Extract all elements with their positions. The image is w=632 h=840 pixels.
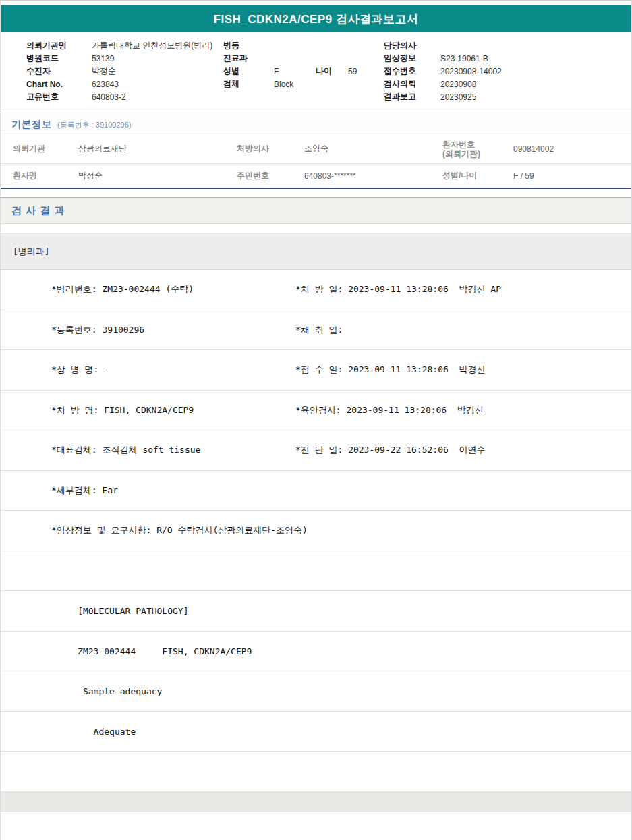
field-label: 결과보고 xyxy=(384,91,440,103)
field-label: 고유번호 xyxy=(26,91,92,103)
result-line-left: Sample adequacy xyxy=(51,686,162,696)
field-label-line2: (의뢰기관) xyxy=(442,149,513,159)
field-value: 20230908 xyxy=(440,80,476,89)
result-line: *등록번호: 39100296 *채 취 일: xyxy=(1,310,631,351)
result-line-left: *등록번호: 39100296 xyxy=(51,324,144,336)
basic-info-section-header: 기본정보 (등록번호 : 39100296) xyxy=(1,113,631,134)
header-field-chart-no: Chart No. 623843 xyxy=(26,78,212,90)
result-line-right: *육안검사: 2023-09-11 13:28:06 박경신 xyxy=(295,404,484,416)
result-line-left: *상 병 명: - xyxy=(51,364,109,376)
report-title-bar: FISH_CDKN2A/CEP9 검사결과보고서 xyxy=(1,5,631,32)
field-value-prescribing-doctor: 조영숙 xyxy=(304,143,442,155)
field-label-line1: 환자번호 xyxy=(442,140,513,149)
field-value: 박정순 xyxy=(92,65,116,77)
field-label-patient-name: 환자명 xyxy=(13,170,78,181)
result-line-left: Adequate xyxy=(51,726,136,736)
basic-info-table: 의뢰기관 삼광의료재단 처방의사 조영숙 환자번호 (의뢰기관) 0908140… xyxy=(1,134,631,189)
field-value: 53139 xyxy=(92,54,114,63)
footer-strip xyxy=(1,792,631,812)
field-value-patient-no: 090814002 xyxy=(513,144,631,154)
department-label: [병리과] xyxy=(13,246,50,258)
field-label-sex-age: 성별/나이 xyxy=(442,170,513,181)
basic-info-row-2: 환자명 박정순 주민번호 640803-******* 성별/나이 F / 59 xyxy=(1,164,631,189)
field-label: 임상정보 xyxy=(384,53,440,64)
result-line-left: *임상정보 및 요구사항: R/O 수탁검사(삼광의료재단-조영숙) xyxy=(51,524,308,536)
header-field-test-request-date: 검사의뢰 20230908 xyxy=(384,78,502,90)
results-title: 검 사 결 과 xyxy=(11,204,65,217)
field-label-requesting-org: 의뢰기관 xyxy=(13,143,78,155)
result-line-left: [MOLECULAR PATHOLOGY] xyxy=(51,606,189,616)
result-line-left: *대표검체: 조직검체 soft tissue xyxy=(51,444,200,456)
result-line-right: *진 단 일: 2023-09-22 16:52:06 이연수 xyxy=(295,444,486,456)
header-field-ward: 병동 xyxy=(223,39,357,52)
field-label-age: 나이 xyxy=(316,65,348,77)
patient-info-header: 의뢰기관명 가톨릭대학교 인천성모병원(병리) 병원코드 53139 수진자 박… xyxy=(1,32,631,113)
field-value: 가톨릭대학교 인천성모병원(병리) xyxy=(92,40,212,51)
result-line: [MOLECULAR PATHOLOGY] xyxy=(1,591,631,632)
field-label-resident-no: 주민번호 xyxy=(237,170,304,181)
field-label: 검사의뢰 xyxy=(384,78,440,90)
header-field-sex-age: 성별 F 나이 59 xyxy=(223,65,357,78)
results-section-header: 검 사 결 과 xyxy=(1,197,631,224)
basic-info-title: 기본정보 xyxy=(11,119,52,131)
header-field-hospital-code: 병원코드 53139 xyxy=(26,52,212,65)
header-field-specimen: 검체 Block xyxy=(223,78,357,90)
field-value: S23-19061-B xyxy=(440,54,488,63)
field-value-patient-name: 박정순 xyxy=(78,170,237,181)
basic-info-row-1: 의뢰기관 삼광의료재단 처방의사 조영숙 환자번호 (의뢰기관) 0908140… xyxy=(1,134,631,164)
field-value-age: 59 xyxy=(348,67,357,76)
header-field-clinical-info: 임상정보 S23-19061-B xyxy=(384,52,502,65)
field-label: 검체 xyxy=(223,78,274,90)
department-band: [병리과] xyxy=(1,233,631,270)
result-line: Adequate xyxy=(1,712,631,752)
header-field-result-report-date: 결과보고 20230925 xyxy=(384,90,502,103)
field-value: Block xyxy=(274,80,293,89)
result-line-right: *접 수 일: 2023-09-11 13:28:06 박경신 xyxy=(295,364,486,376)
result-lines: *병리번호: ZM23-002444 (수탁) *처 방 일: 2023-09-… xyxy=(1,270,631,792)
field-value: 20230925 xyxy=(440,92,476,102)
header-field-requesting-org: 의뢰기관명 가톨릭대학교 인천성모병원(병리) xyxy=(26,39,212,52)
header-field-doctor-in-charge: 담당의사 xyxy=(384,39,502,52)
patient-header-col-middle: 병동 진료과 성별 F 나이 59 검체 Block xyxy=(223,39,357,90)
result-line: *임상정보 및 요구사항: R/O 수탁검사(삼광의료재단-조영숙) xyxy=(1,511,631,551)
field-label: Chart No. xyxy=(26,80,92,89)
field-label-prescribing-doctor: 처방의사 xyxy=(237,143,304,155)
result-line: ZM23-002444 FISH, CDKN2A/CEP9 xyxy=(1,632,631,672)
result-line: *상 병 명: - *접 수 일: 2023-09-11 13:28:06 박경… xyxy=(1,350,631,391)
field-value-sex-age: F / 59 xyxy=(513,171,631,181)
field-label: 수진자 xyxy=(26,65,92,77)
basic-info-section: 기본정보 (등록번호 : 39100296) 의뢰기관 삼광의료재단 처방의사 … xyxy=(1,113,631,189)
field-value: 20230908-14002 xyxy=(440,67,502,76)
result-line-right: *처 방 일: 2023-09-11 13:28:06 박경신 AP xyxy=(295,283,501,296)
header-field-receipt-no: 접수번호 20230908-14002 xyxy=(384,65,502,78)
result-line: *대표검체: 조직검체 soft tissue *진 단 일: 2023-09-… xyxy=(1,430,631,471)
result-line: *처 방 명: FISH, CDKN2A/CEP9 *육안검사: 2023-09… xyxy=(1,391,631,431)
results-section: 검 사 결 과 [병리과] *병리번호: ZM23-002444 (수탁) *처… xyxy=(1,197,631,792)
field-label: 병동 xyxy=(223,40,274,51)
result-line xyxy=(1,752,631,792)
field-label: 접수번호 xyxy=(384,65,440,77)
field-label: 담당의사 xyxy=(384,40,440,51)
field-label-patient-no: 환자번호 (의뢰기관) xyxy=(442,140,513,159)
result-line: *세부검체: Ear xyxy=(1,471,631,511)
field-label: 진료과 xyxy=(223,53,274,64)
result-line: *병리번호: ZM23-002444 (수탁) *처 방 일: 2023-09-… xyxy=(1,270,631,310)
result-line-left: *처 방 명: FISH, CDKN2A/CEP9 xyxy=(51,404,194,416)
basic-info-registration-no: (등록번호 : 39100296) xyxy=(57,120,131,130)
result-line-left: *세부검체: Ear xyxy=(51,484,118,497)
result-line xyxy=(1,551,631,592)
field-value-requesting-org: 삼광의료재단 xyxy=(78,143,237,155)
header-field-unique-no: 고유번호 640803-2 xyxy=(26,90,212,103)
field-label: 병원코드 xyxy=(26,53,92,64)
result-line-left: *병리번호: ZM23-002444 (수탁) xyxy=(51,283,194,296)
report-page: FISH_CDKN2A/CEP9 검사결과보고서 의뢰기관명 가톨릭대학교 인천… xyxy=(0,0,632,840)
field-value-resident-no: 640803-******* xyxy=(304,171,442,181)
patient-header-col-left: 의뢰기관명 가톨릭대학교 인천성모병원(병리) 병원코드 53139 수진자 박… xyxy=(26,39,212,103)
patient-header-col-right: 담당의사 임상정보 S23-19061-B 접수번호 20230908-1400… xyxy=(384,39,502,103)
field-value: 623843 xyxy=(92,80,119,89)
field-value: 640803-2 xyxy=(92,92,126,102)
header-field-examinee: 수진자 박정순 xyxy=(26,65,212,78)
result-line-left: ZM23-002444 FISH, CDKN2A/CEP9 xyxy=(51,646,252,656)
field-label: 성별 xyxy=(223,65,274,77)
report-title: FISH_CDKN2A/CEP9 검사결과보고서 xyxy=(214,11,419,27)
